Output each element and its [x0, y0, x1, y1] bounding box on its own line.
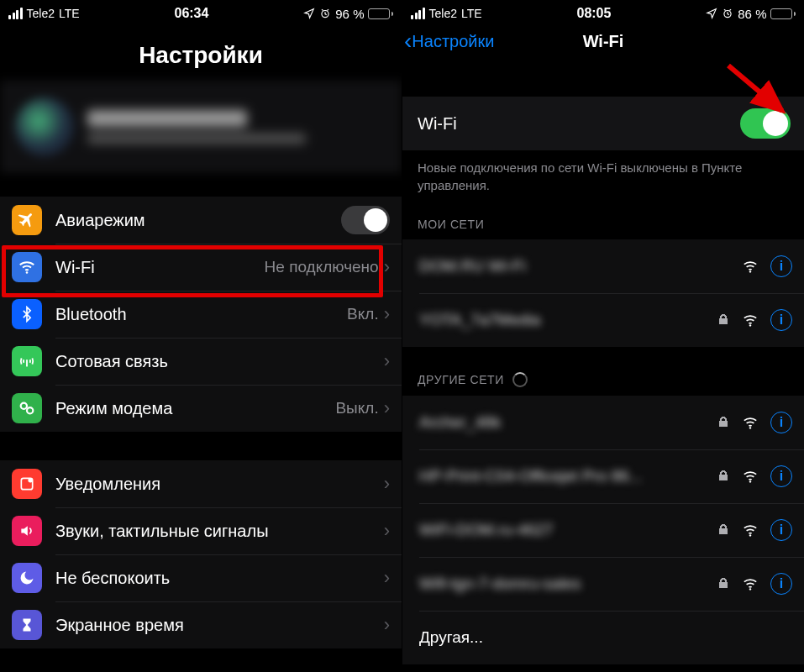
- wifi-signal-icon: [742, 313, 759, 327]
- chevron-right-icon: ›: [384, 350, 390, 372]
- chevron-right-icon: ›: [384, 614, 390, 636]
- svg-point-4: [27, 407, 33, 413]
- red-highlight-annotation: [2, 245, 383, 297]
- svg-point-8: [749, 270, 751, 272]
- svg-line-14: [728, 66, 782, 111]
- status-time: 08:05: [576, 6, 611, 21]
- other-networks-label: ДРУГИЕ СЕТИ: [418, 373, 504, 386]
- cellular-row[interactable]: Сотовая связь ›: [0, 338, 402, 385]
- wifi-signal-icon: [742, 416, 759, 429]
- network-type: LTE: [461, 7, 482, 20]
- lock-icon: 🔒︎: [717, 576, 730, 591]
- airplane-label: Авиарежим: [55, 211, 341, 230]
- wifi-note: Новые подключения по сети Wi-Fi выключен…: [402, 150, 804, 213]
- notifications-label: Уведомления: [55, 475, 384, 494]
- network-row[interactable]: YOTA_7a7Media 🔒︎ i: [402, 293, 804, 347]
- my-networks-list: DOM.RU Wi-Fi i YOTA_7a7Media 🔒︎ i: [402, 239, 804, 347]
- status-bar: Tele2 LTE 08:05 86 %: [402, 0, 804, 24]
- svg-point-10: [749, 427, 751, 428]
- info-icon[interactable]: i: [770, 465, 792, 487]
- svg-rect-2: [26, 360, 28, 366]
- cellular-icon: [12, 346, 42, 376]
- wifi-master-label: Wi-Fi: [418, 114, 457, 134]
- hotspot-row[interactable]: Режим модема Выкл. ›: [0, 385, 402, 432]
- avatar: [15, 97, 74, 156]
- wifi-settings-screen: Tele2 LTE 08:05 86 % ‹ Настройки Wi-Fi W…: [402, 0, 804, 672]
- svg-point-6: [28, 478, 33, 483]
- chevron-left-icon: ‹: [404, 33, 412, 50]
- alarm-icon: [722, 8, 733, 19]
- network-name: YOTA_7a7Media: [419, 311, 717, 329]
- other-networks-list: Archer_48k 🔒︎ i HP-Print-C04-Officejet P…: [402, 396, 804, 664]
- network-name: Wifi-tgn-7-domru-sales: [419, 575, 717, 593]
- sounds-row[interactable]: Звуки, тактильные сигналы ›: [0, 507, 402, 554]
- sounds-label: Звуки, тактильные сигналы: [55, 522, 384, 541]
- network-row[interactable]: HP-Print-C04-Officejet Pro 86... 🔒︎ i: [402, 449, 804, 503]
- apple-id-profile-row[interactable]: [0, 81, 402, 173]
- network-name: Archer_48k: [419, 413, 717, 432]
- chevron-right-icon: ›: [384, 520, 390, 542]
- network-row[interactable]: DOM.RU Wi-Fi i: [402, 239, 804, 293]
- wifi-signal-icon: [742, 523, 759, 537]
- sounds-icon: [12, 516, 42, 546]
- airplane-toggle[interactable]: [341, 206, 390, 234]
- svg-point-12: [749, 534, 751, 536]
- location-icon: [706, 8, 717, 19]
- airplane-mode-row[interactable]: Авиарежим: [0, 197, 402, 244]
- network-row[interactable]: Wifi-tgn-7-domru-sales 🔒︎ i: [402, 557, 804, 611]
- page-title: Настройки: [0, 42, 402, 69]
- moon-icon: [12, 563, 42, 593]
- network-name: WiFi-DOM.ru-4627: [419, 521, 717, 539]
- svg-point-13: [749, 588, 751, 590]
- info-icon[interactable]: i: [770, 255, 792, 277]
- status-bar: Tele2 LTE 06:34 96 %: [0, 0, 402, 24]
- lock-icon: 🔒︎: [717, 415, 730, 430]
- chevron-right-icon: ›: [384, 567, 390, 589]
- svg-point-9: [749, 324, 751, 326]
- other-network-label: Другая...: [419, 628, 483, 647]
- notifications-icon: [12, 469, 42, 499]
- back-button[interactable]: ‹ Настройки: [404, 32, 494, 51]
- lock-icon: 🔒︎: [717, 522, 730, 538]
- hotspot-label: Режим модема: [55, 399, 335, 418]
- other-networks-header: ДРУГИЕ СЕТИ: [402, 367, 804, 396]
- connectivity-section: Авиарежим Wi-Fi Не подключено › Bluetoot…: [0, 197, 402, 432]
- battery-icon: [368, 8, 393, 19]
- other-network-row[interactable]: Другая...: [402, 611, 804, 664]
- my-networks-header: МОИ СЕТИ: [402, 213, 804, 239]
- screentime-label: Экранное время: [55, 616, 384, 635]
- chevron-right-icon: ›: [384, 397, 390, 419]
- info-icon[interactable]: i: [770, 412, 792, 433]
- chevron-right-icon: ›: [384, 473, 390, 495]
- notifications-row[interactable]: Уведомления ›: [0, 460, 402, 507]
- dnd-row[interactable]: Не беспокоить ›: [0, 554, 402, 601]
- nav-bar: ‹ Настройки Wi-Fi: [402, 24, 804, 61]
- signal-icon: [8, 8, 23, 19]
- spinner-icon: [512, 372, 528, 387]
- info-icon[interactable]: i: [770, 309, 792, 331]
- battery-percent: 96 %: [335, 7, 364, 21]
- page-title: Wi-Fi: [583, 32, 624, 51]
- carrier-name: Tele2: [27, 7, 55, 20]
- chevron-right-icon: ›: [384, 303, 390, 325]
- signal-icon: [411, 8, 425, 19]
- network-row[interactable]: Archer_48k 🔒︎ i: [402, 396, 804, 449]
- battery-percent: 86 %: [738, 7, 766, 21]
- network-type: LTE: [59, 7, 80, 20]
- lock-icon: 🔒︎: [717, 312, 730, 328]
- info-icon[interactable]: i: [770, 519, 792, 541]
- screentime-row[interactable]: Экранное время ›: [0, 601, 402, 648]
- back-label: Настройки: [412, 32, 494, 51]
- svg-point-3: [21, 403, 27, 409]
- bluetooth-row[interactable]: Bluetooth Вкл. ›: [0, 291, 402, 338]
- hotspot-status: Выкл.: [335, 399, 378, 417]
- hourglass-icon: [12, 610, 42, 640]
- hotspot-icon: [12, 393, 42, 423]
- carrier-name: Tele2: [429, 7, 457, 20]
- svg-point-11: [749, 480, 751, 482]
- info-icon[interactable]: i: [770, 573, 792, 595]
- cellular-label: Сотовая связь: [55, 352, 384, 371]
- battery-icon: [770, 8, 796, 19]
- network-row[interactable]: WiFi-DOM.ru-4627 🔒︎ i: [402, 503, 804, 557]
- chevron-right-icon: ›: [384, 256, 390, 278]
